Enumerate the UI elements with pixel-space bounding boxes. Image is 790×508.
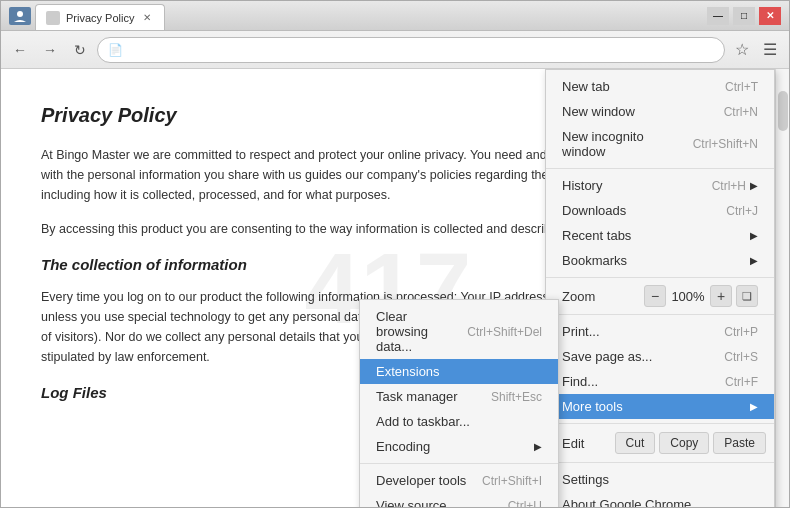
tab-close-button[interactable]: ✕ [140, 11, 154, 25]
bookmarks-arrow: ▶ [750, 255, 758, 266]
bookmark-button[interactable]: ☆ [729, 37, 755, 63]
more-tools-submenu: Clear browsing data... Ctrl+Shift+Del Ex… [359, 299, 559, 507]
close-button[interactable]: ✕ [759, 7, 781, 25]
menu-divider-3 [546, 314, 774, 315]
menu-divider-2 [546, 277, 774, 278]
profile-icon [9, 7, 31, 25]
menu-item-recent-tabs[interactable]: Recent tabs ▶ [546, 223, 774, 248]
menu-divider-1 [546, 168, 774, 169]
menu-item-new-window[interactable]: New window Ctrl+N [546, 99, 774, 124]
menu-item-about[interactable]: About Google Chrome [546, 492, 774, 507]
menu-item-settings[interactable]: Settings [546, 467, 774, 492]
minimize-button[interactable]: — [707, 7, 729, 25]
submenu-item-view-source[interactable]: View source Ctrl+U [360, 493, 558, 507]
title-bar: Privacy Policy ✕ — □ ✕ [1, 1, 789, 31]
menu-item-new-tab[interactable]: New tab Ctrl+T [546, 74, 774, 99]
tab-favicon [46, 11, 60, 25]
scrollbar[interactable] [775, 69, 789, 507]
edit-label: Edit [554, 436, 611, 451]
edit-row: Edit Cut Copy Paste [546, 428, 774, 458]
submenu-item-extensions[interactable]: Extensions [360, 359, 558, 384]
encoding-arrow: ▶ [534, 441, 542, 452]
menu-item-history[interactable]: History Ctrl+H ▶ [546, 173, 774, 198]
menu-item-downloads[interactable]: Downloads Ctrl+J [546, 198, 774, 223]
forward-button[interactable]: → [37, 37, 63, 63]
submenu-divider-1 [360, 463, 558, 464]
menu-divider-4 [546, 423, 774, 424]
zoom-control: Zoom − 100% + ❏ [546, 282, 774, 310]
menu-item-find[interactable]: Find... Ctrl+F [546, 369, 774, 394]
menu-item-save-page[interactable]: Save page as... Ctrl+S [546, 344, 774, 369]
submenu-item-clear-browsing[interactable]: Clear browsing data... Ctrl+Shift+Del [360, 304, 558, 359]
zoom-value: 100% [670, 289, 706, 304]
cut-button[interactable]: Cut [615, 432, 656, 454]
zoom-fullscreen-button[interactable]: ❏ [736, 285, 758, 307]
page-icon: 📄 [108, 43, 123, 57]
submenu-item-add-taskbar[interactable]: Add to taskbar... [360, 409, 558, 434]
submenu-item-dev-tools[interactable]: Developer tools Ctrl+Shift+I [360, 468, 558, 493]
menu-item-more-tools[interactable]: More tools ▶ [546, 394, 774, 419]
nav-bar: ← → ↻ 📄 ☆ ☰ [1, 31, 789, 69]
window-controls: — □ ✕ [707, 7, 781, 25]
menu-item-bookmarks[interactable]: Bookmarks ▶ [546, 248, 774, 273]
address-bar[interactable]: 📄 [97, 37, 725, 63]
nav-right: ☆ ☰ [729, 37, 783, 63]
recent-tabs-arrow: ▶ [750, 230, 758, 241]
scrollbar-thumb[interactable] [778, 91, 788, 131]
menu-item-incognito[interactable]: New incognito window Ctrl+Shift+N [546, 124, 774, 164]
back-button[interactable]: ← [7, 37, 33, 63]
submenu-item-task-manager[interactable]: Task manager Shift+Esc [360, 384, 558, 409]
tab-area: Privacy Policy ✕ [35, 1, 703, 30]
history-arrow: ▶ [750, 180, 758, 191]
zoom-minus-button[interactable]: − [644, 285, 666, 307]
paste-button[interactable]: Paste [713, 432, 766, 454]
zoom-label: Zoom [562, 289, 640, 304]
context-menu: New tab Ctrl+T New window Ctrl+N New inc… [545, 69, 775, 507]
page-content: 417 Privacy Policy At Bingo Master we ar… [1, 69, 789, 507]
browser-window: Privacy Policy ✕ — □ ✕ ← → ↻ 📄 ☆ ☰ 417 P… [0, 0, 790, 508]
tab-label: Privacy Policy [66, 12, 134, 24]
active-tab[interactable]: Privacy Policy ✕ [35, 4, 165, 30]
menu-item-print[interactable]: Print... Ctrl+P [546, 319, 774, 344]
submenu-item-encoding[interactable]: Encoding ▶ [360, 434, 558, 459]
more-tools-arrow: ▶ [750, 401, 758, 412]
zoom-plus-button[interactable]: + [710, 285, 732, 307]
copy-button[interactable]: Copy [659, 432, 709, 454]
svg-point-0 [17, 11, 23, 17]
refresh-button[interactable]: ↻ [67, 37, 93, 63]
menu-button[interactable]: ☰ [757, 37, 783, 63]
maximize-button[interactable]: □ [733, 7, 755, 25]
menu-divider-5 [546, 462, 774, 463]
